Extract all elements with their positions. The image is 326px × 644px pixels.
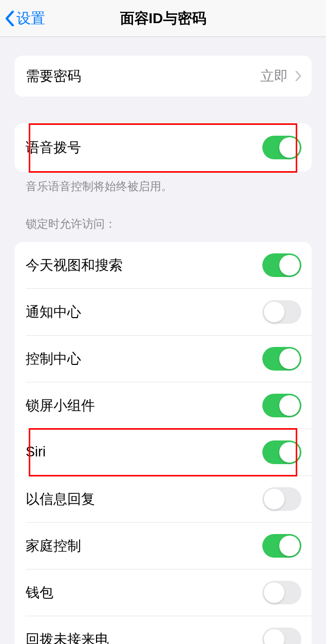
voice-dial-row: 语音拨号 — [14, 123, 312, 172]
lock-access-toggle[interactable] — [262, 581, 301, 604]
voice-dial-footer: 音乐语音控制将始终被启用。 — [14, 172, 312, 195]
lock-access-item: 今天视图和搜索 — [14, 242, 312, 288]
lock-access-item-label: 通知中心 — [26, 303, 81, 321]
lock-access-group: 今天视图和搜索通知中心控制中心锁屏小组件Siri以信息回复家庭控制钱包回拨未接来… — [14, 242, 312, 644]
lock-access-item-label: 回拨未接来电 — [26, 630, 109, 644]
lock-access-item-label: 今天视图和搜索 — [26, 256, 123, 274]
require-passcode-row[interactable]: 需要密码 立即 — [14, 56, 312, 97]
lock-access-toggle[interactable] — [262, 534, 301, 558]
lock-access-item-label: 钱包 — [26, 583, 53, 602]
lock-access-toggle[interactable] — [262, 487, 301, 511]
lock-access-item-label: 控制中心 — [26, 349, 81, 368]
voice-dial-group: 语音拨号 — [14, 123, 312, 172]
lock-access-toggle[interactable] — [262, 253, 301, 277]
lock-access-item: 钱包 — [14, 569, 312, 616]
lock-access-item: 锁屏小组件 — [14, 382, 312, 429]
back-label: 设置 — [16, 9, 45, 28]
lock-access-item: 通知中心 — [14, 289, 312, 335]
lock-access-item: 家庭控制 — [14, 523, 312, 569]
lock-access-toggle[interactable] — [262, 300, 301, 324]
lock-access-toggle[interactable] — [262, 394, 301, 417]
lock-access-item: 回拨未接来电 — [14, 616, 312, 644]
chevron-right-icon — [295, 71, 301, 81]
navigation-header: 设置 面容ID与密码 — [0, 0, 326, 37]
lock-access-toggle[interactable] — [262, 347, 301, 371]
lock-access-item-label: 锁屏小组件 — [26, 396, 95, 415]
page-title: 面容ID与密码 — [120, 9, 206, 28]
lock-access-item-label: Siri — [26, 444, 46, 460]
lock-access-item-label: 以信息回复 — [26, 490, 95, 508]
lock-access-item: Siri — [14, 429, 312, 475]
voice-dial-label: 语音拨号 — [26, 138, 81, 157]
lock-access-toggle[interactable] — [262, 628, 301, 644]
passcode-group: 需要密码 立即 — [14, 56, 312, 97]
lock-access-toggle[interactable] — [262, 440, 301, 464]
back-button[interactable]: 设置 — [5, 9, 45, 28]
chevron-left-icon — [5, 11, 14, 26]
lock-access-item: 控制中心 — [14, 336, 312, 382]
lock-access-header: 锁定时允许访问： — [14, 195, 312, 237]
require-passcode-label: 需要密码 — [26, 67, 81, 85]
voice-dial-toggle[interactable] — [262, 136, 301, 159]
require-passcode-value: 立即 — [260, 67, 288, 85]
lock-access-item: 以信息回复 — [14, 476, 312, 522]
lock-access-item-label: 家庭控制 — [26, 537, 81, 555]
